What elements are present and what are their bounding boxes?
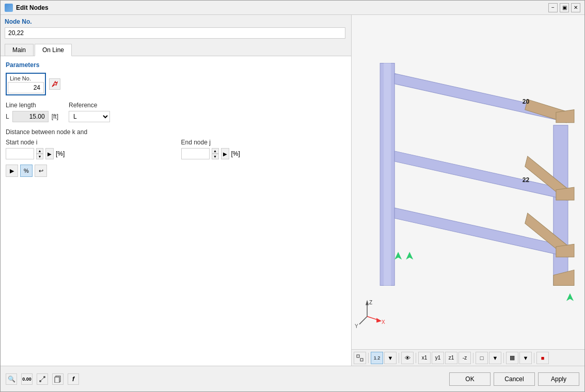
length-l-label: L bbox=[6, 113, 9, 120]
vp-eye-button[interactable]: 👁 bbox=[401, 352, 414, 364]
node-no-section: Node No. bbox=[1, 15, 351, 42]
vp-red-button[interactable]: ■ bbox=[536, 352, 549, 364]
vp-divider-1 bbox=[368, 353, 369, 363]
node-22-label: 22 bbox=[523, 176, 530, 184]
svg-text:Y: Y bbox=[355, 323, 358, 329]
vp-dropdown-button[interactable]: ▼ bbox=[384, 352, 397, 364]
viewport-toolbar: 1.2 ▼ 👁 x1 y1 z1 -z □ ▼ ▦ ▼ ■ bbox=[352, 349, 584, 366]
svg-marker-12 bbox=[556, 244, 574, 257]
xi-k-spinner: ▲ ▼ bbox=[36, 148, 43, 159]
xj-k-input[interactable] bbox=[181, 148, 210, 159]
line-no-pickup-button[interactable] bbox=[49, 78, 60, 90]
3d-scene-svg: 20 22 Z X bbox=[352, 15, 584, 349]
cancel-button[interactable]: Cancel bbox=[494, 372, 535, 386]
search-bottom-button[interactable]: 🔍 bbox=[6, 373, 17, 385]
line-no-inner-label: Line No. bbox=[8, 75, 44, 82]
svg-rect-26 bbox=[360, 358, 363, 361]
line-length-input[interactable] bbox=[12, 111, 49, 122]
svg-line-29 bbox=[40, 377, 44, 381]
node-no-label: Node No. bbox=[5, 18, 347, 25]
minimize-button[interactable]: − bbox=[548, 3, 558, 12]
vp-grid-button[interactable]: □ bbox=[476, 352, 488, 364]
reference-row: L X Y Z bbox=[69, 111, 110, 122]
end-node-label: End node j bbox=[181, 139, 346, 146]
xj-k-down-button[interactable]: ▼ bbox=[212, 154, 219, 159]
xj-k-up-button[interactable]: ▲ bbox=[212, 148, 219, 154]
xi-k-down-button[interactable]: ▼ bbox=[36, 154, 43, 159]
function-bottom-button[interactable]: f bbox=[68, 373, 79, 385]
reference-section: Reference L X Y Z bbox=[69, 102, 110, 122]
vp-snap-button[interactable] bbox=[354, 352, 366, 364]
apply-button[interactable]: Apply bbox=[538, 372, 579, 386]
svg-rect-2 bbox=[384, 63, 391, 285]
distance-label: Distance between node k and bbox=[6, 128, 346, 136]
nodes-bottom-button[interactable] bbox=[37, 373, 48, 385]
vp-divider-2 bbox=[399, 353, 399, 363]
percent-button[interactable]: % bbox=[20, 165, 33, 177]
start-node-col: Start node i ▲ ▼ ▶ [%] bbox=[6, 139, 171, 159]
xj-k-arrow-button[interactable]: ▶ bbox=[221, 148, 229, 159]
vp-divider-4 bbox=[473, 353, 473, 363]
edit-nodes-window: Edit Nodes − ▣ ✕ Node No. Main On Line P… bbox=[0, 0, 585, 392]
xi-k-arrow-button[interactable]: ▶ bbox=[45, 148, 54, 159]
window-controls: − ▣ ✕ bbox=[548, 3, 580, 12]
line-length-label: Line length bbox=[6, 102, 58, 109]
distance-section: Distance between node k and Start node i… bbox=[6, 128, 346, 159]
title-bar: Edit Nodes − ▣ ✕ bbox=[1, 1, 584, 15]
length-unit-label: [ft] bbox=[52, 113, 58, 120]
xi-k-input[interactable] bbox=[6, 148, 34, 159]
tab-online[interactable]: On Line bbox=[35, 44, 72, 56]
svg-marker-10 bbox=[556, 110, 574, 123]
node-20-label: 20 bbox=[523, 98, 530, 105]
end-node-col: End node j ▲ ▼ ▶ [%] bbox=[181, 139, 346, 159]
line-length-section: Line length L [ft] bbox=[6, 102, 58, 122]
main-content: Node No. Main On Line Parameters Line No… bbox=[1, 15, 584, 366]
vp-grid-dd-button[interactable]: ▼ bbox=[489, 352, 501, 364]
reference-select[interactable]: L X Y Z bbox=[69, 111, 110, 122]
bottom-icons: 🔍 0.00 f bbox=[6, 373, 79, 385]
maximize-button[interactable]: ▣ bbox=[560, 3, 569, 12]
vp-cube-button[interactable]: ▦ bbox=[506, 352, 518, 364]
start-end-nodes-row: Start node i ▲ ▼ ▶ [%] bbox=[6, 139, 346, 159]
ok-button[interactable]: OK bbox=[449, 372, 491, 386]
number-bottom-button[interactable]: 0.00 bbox=[21, 373, 33, 385]
line-no-box: Line No. bbox=[6, 73, 46, 95]
xj-k-spinner: ▲ ▼ bbox=[212, 148, 219, 159]
start-node-label: Start node i bbox=[6, 139, 171, 146]
xj-k-unit: [%] bbox=[231, 150, 240, 157]
svg-rect-3 bbox=[554, 125, 568, 286]
select-tool-button[interactable]: ▶ bbox=[6, 165, 18, 177]
svg-text:X: X bbox=[382, 319, 385, 325]
app-icon bbox=[5, 4, 13, 12]
vp-z1-button[interactable]: z1 bbox=[445, 352, 457, 364]
length-reference-row: Line length L [ft] Reference L X bbox=[6, 102, 346, 122]
svg-text:Z: Z bbox=[369, 300, 372, 305]
reference-label: Reference bbox=[69, 102, 110, 109]
vp-divider-6 bbox=[534, 353, 534, 363]
vp-y1-button[interactable]: y1 bbox=[432, 352, 444, 364]
viewport: 20 22 Z X bbox=[352, 15, 584, 366]
copy-bottom-button[interactable] bbox=[52, 373, 64, 385]
viewport-tools-row: ▶ % ↩ bbox=[6, 165, 346, 177]
line-no-group: Line No. bbox=[6, 73, 346, 95]
window-title: Edit Nodes bbox=[16, 4, 545, 11]
xi-k-row: ▲ ▼ ▶ [%] bbox=[6, 148, 171, 159]
close-button[interactable]: ✕ bbox=[571, 3, 580, 12]
parameters-title: Parameters bbox=[6, 61, 346, 69]
xi-k-unit: [%] bbox=[56, 150, 65, 157]
vp-x2-button[interactable]: -z bbox=[458, 352, 471, 364]
3d-scene: 20 22 Z X bbox=[352, 15, 584, 349]
tab-main[interactable]: Main bbox=[5, 44, 34, 56]
vp-numeral-button[interactable]: 1.2 bbox=[371, 352, 383, 364]
vp-x1-button[interactable]: x1 bbox=[418, 352, 431, 364]
right-panel: 20 22 Z X bbox=[352, 15, 584, 366]
line-no-input[interactable] bbox=[8, 82, 44, 93]
tab-content: Parameters Line No. bbox=[1, 56, 351, 366]
bottom-bar: 🔍 0.00 f OK Cancel Apply bbox=[1, 366, 584, 391]
node-no-input[interactable] bbox=[5, 27, 345, 39]
xi-k-up-button[interactable]: ▲ bbox=[36, 148, 43, 154]
pickup-icon bbox=[51, 80, 58, 88]
xj-k-row: ▲ ▼ ▶ [%] bbox=[181, 148, 346, 159]
vp-cube-dd-button[interactable]: ▼ bbox=[519, 352, 532, 364]
undo-button[interactable]: ↩ bbox=[35, 165, 47, 177]
